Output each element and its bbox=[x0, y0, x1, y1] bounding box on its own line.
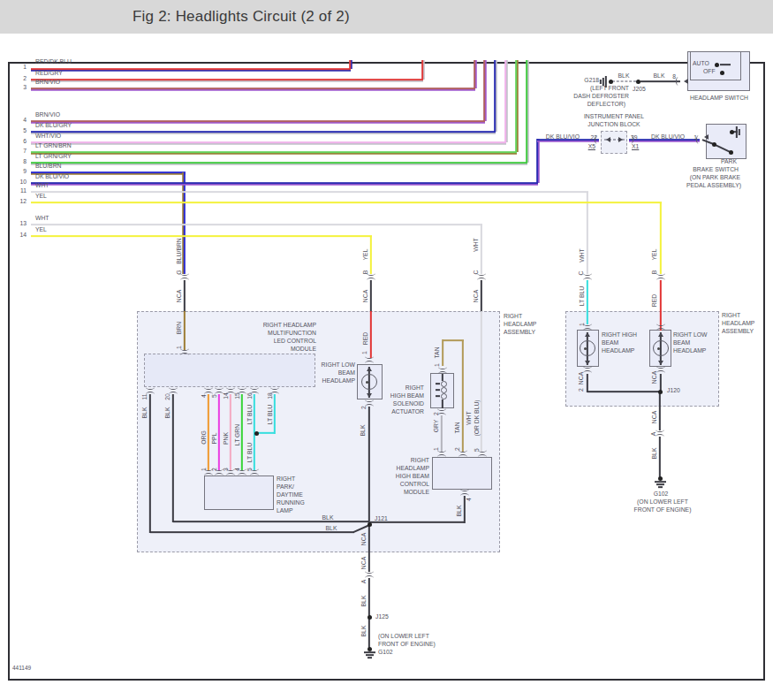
connector-icon bbox=[656, 278, 665, 283]
wire-pin20-blk bbox=[173, 521, 369, 522]
label-control: CONTROL bbox=[400, 481, 429, 487]
label-nca: NCA bbox=[360, 557, 367, 569]
label-right-headlamp: RIGHT HEADLAMP bbox=[263, 322, 316, 328]
connector-icon bbox=[204, 473, 213, 478]
wire-bus1-red-dkblu bbox=[31, 68, 351, 70]
label-nca: NCA bbox=[176, 290, 182, 302]
label-brake-switch: BRAKE SWITCH bbox=[693, 166, 739, 172]
label-lt-blu: LT BLU bbox=[579, 286, 585, 306]
wire-bus14-yel bbox=[370, 236, 372, 274]
wire-lowbeam1-pin2-blk bbox=[368, 407, 370, 525]
label-headlamp: HEADLAMP bbox=[504, 321, 536, 327]
label-g: G bbox=[176, 270, 182, 274]
wire-pin5-ppl bbox=[218, 394, 220, 470]
wire-bus6-wht-vio bbox=[504, 60, 506, 142]
label-10: 10 bbox=[19, 179, 27, 185]
label-5: 5 bbox=[474, 448, 480, 452]
label-blu-brn: BLU/BRN bbox=[176, 238, 182, 263]
label-right: RIGHT bbox=[411, 457, 429, 463]
wire-hb2-bottom-blk bbox=[587, 391, 659, 392]
label-blu-brn: BLU/BRN bbox=[35, 163, 61, 169]
wire-bus7-ltgrn-brn bbox=[31, 151, 517, 153]
label-dash-defroster: DASH DEFROSTER bbox=[573, 93, 629, 99]
label-6: 6 bbox=[23, 138, 27, 144]
junction-dot bbox=[712, 142, 716, 147]
label-yel: YEL bbox=[35, 226, 47, 232]
label-nca: NCA bbox=[473, 290, 479, 302]
label-4: 4 bbox=[201, 394, 207, 398]
label-assembly: ASSEMBLY bbox=[722, 328, 754, 334]
junction-dot bbox=[609, 80, 613, 84]
label-gry: GRY bbox=[433, 420, 439, 433]
label-brn: BRN bbox=[176, 322, 182, 334]
label-yel: YEL bbox=[35, 193, 47, 199]
label-deflector: DEFLECTOR) bbox=[587, 101, 625, 107]
wire-pin4-org bbox=[208, 394, 209, 470]
arrow-icon bbox=[684, 79, 688, 84]
label-daytime: DAYTIME bbox=[277, 491, 303, 498]
label-yel: YEL bbox=[651, 249, 657, 261]
label-red: RED bbox=[362, 332, 368, 345]
arrow-icon bbox=[658, 361, 663, 365]
label-dk-blu-vio: DK BLU/VIO bbox=[35, 173, 69, 179]
label-12: 12 bbox=[19, 198, 27, 204]
wire-bus13-wht bbox=[481, 224, 482, 274]
label-16: 16 bbox=[246, 392, 253, 399]
wire-bus5-dkblu-gry bbox=[494, 60, 496, 132]
wire-g102c-bar2 bbox=[366, 654, 374, 656]
label-j205: J205 bbox=[633, 86, 646, 92]
connector-icon bbox=[437, 406, 446, 411]
label-1: 1 bbox=[201, 468, 207, 471]
label-14: 14 bbox=[223, 392, 229, 399]
wire-pin11-blk bbox=[149, 394, 151, 533]
label-nca: NCA bbox=[651, 371, 657, 384]
wire-pin14-pnk bbox=[230, 394, 231, 470]
label-auto: AUTO bbox=[693, 60, 709, 66]
coil-loop-icon bbox=[441, 387, 447, 393]
label-441149: 441149 bbox=[12, 666, 31, 672]
connector-icon bbox=[215, 473, 224, 478]
label-5: 5 bbox=[23, 127, 27, 133]
label-wht: WHT bbox=[466, 411, 472, 424]
park-drl-lamp-box bbox=[204, 476, 274, 510]
label-park: PARK bbox=[721, 158, 737, 164]
label-right: RIGHT bbox=[405, 384, 424, 391]
wire-j121-down-blk bbox=[368, 524, 370, 572]
label-led-control: LED CONTROL bbox=[274, 338, 316, 344]
label-nca: NCA bbox=[578, 372, 584, 384]
connector-icon bbox=[226, 384, 235, 390]
label-red-dk-blu: RED/DK BLU bbox=[35, 58, 72, 65]
arrow-icon bbox=[367, 367, 372, 371]
wire-parkbrake-contact-bar2 bbox=[739, 129, 740, 135]
label-junction-block: JUNCTION BLOCK bbox=[587, 121, 640, 127]
label-a: A bbox=[360, 580, 367, 584]
label-1: 1 bbox=[23, 64, 27, 70]
label-1: 1 bbox=[434, 363, 440, 367]
connector-icon bbox=[656, 321, 665, 326]
arrow-icon bbox=[585, 361, 590, 365]
label-14: 14 bbox=[19, 232, 27, 238]
label-right: RIGHT bbox=[277, 476, 295, 482]
label-on-lower-left: (ON LOWER LEFT bbox=[637, 498, 688, 505]
junction-block-box bbox=[601, 131, 627, 154]
label-lt-blu: LT BLU bbox=[246, 443, 253, 462]
low-beam-bulb2-icon bbox=[653, 340, 669, 356]
junction-dot bbox=[368, 615, 372, 620]
label-5: 5 bbox=[211, 394, 217, 398]
label-right-high: RIGHT HIGH bbox=[602, 331, 637, 338]
connector-icon bbox=[215, 384, 224, 390]
label-instrument-panel: INSTRUMENT PANEL bbox=[584, 113, 644, 119]
wire-coil-core3 bbox=[436, 395, 440, 397]
wire-drop-b1-red bbox=[370, 311, 372, 358]
label-blk: BLK bbox=[360, 425, 366, 437]
label-red: RED bbox=[651, 294, 657, 307]
wire-bus8-ltgrn-gry bbox=[31, 162, 527, 164]
wire-gry-wire bbox=[441, 415, 443, 452]
wire-bus12-yel bbox=[660, 202, 662, 274]
label-g102: G102 bbox=[654, 491, 669, 497]
label-20: 20 bbox=[164, 393, 171, 400]
page-title: Fig 2: Headlights Circuit (2 of 2) bbox=[133, 8, 350, 26]
wire-bus7-ltgrn-brn bbox=[515, 60, 517, 152]
wire-bus11-wht bbox=[587, 192, 588, 274]
label-dk-blu-gry: DK BLU/GRY bbox=[35, 122, 72, 128]
